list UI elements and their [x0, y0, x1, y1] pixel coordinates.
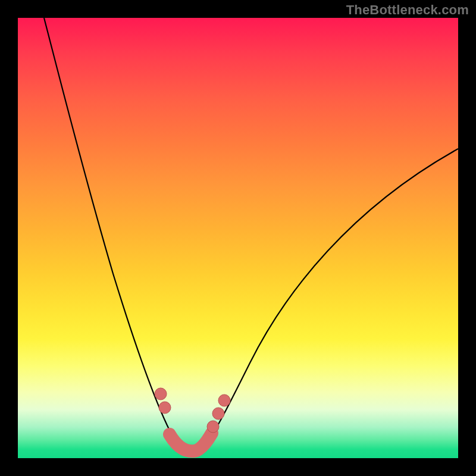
bottleneck-curve [44, 18, 458, 452]
watermark-text: TheBottleneck.com [346, 2, 469, 18]
plot-area [18, 18, 458, 458]
marker-dot [155, 388, 167, 400]
marker-dot [212, 408, 224, 419]
marker-dot [159, 402, 171, 414]
marker-dot [207, 421, 219, 433]
chart-frame: TheBottleneck.com [0, 0, 476, 476]
marker-dot [218, 394, 230, 406]
curve-svg [18, 18, 458, 458]
valley-highlight [170, 433, 212, 451]
